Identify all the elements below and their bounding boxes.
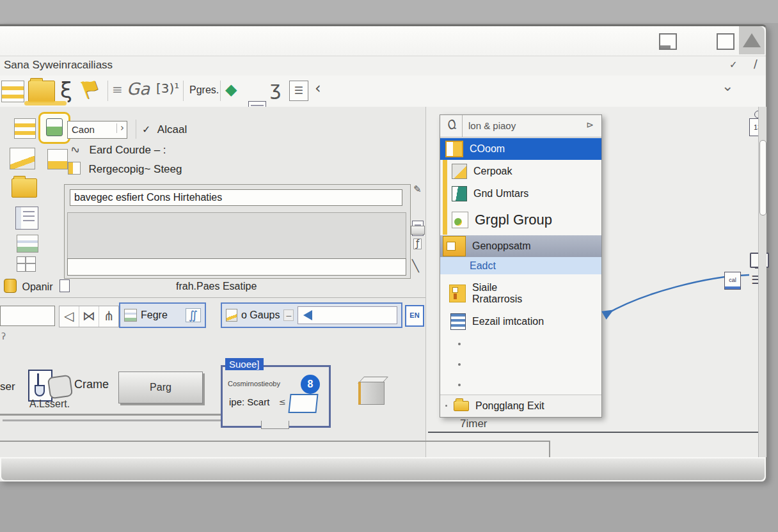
open-folder-icon[interactable]	[28, 81, 55, 102]
page-icon	[60, 279, 70, 292]
selected-tool-icon[interactable]	[38, 112, 70, 144]
alcaal-label: Alcaal	[157, 123, 187, 136]
table-icon[interactable]	[1, 81, 24, 102]
group-value-field[interactable]	[298, 306, 397, 324]
bullet-dot	[458, 384, 461, 386]
dropdown-arrow-icon[interactable]: ›	[116, 123, 124, 133]
count-badge[interactable]: 8	[301, 375, 320, 394]
beaker-icon	[46, 118, 63, 136]
status-bar	[0, 457, 766, 481]
ser-label: ser	[0, 380, 15, 393]
stroke-icon[interactable]: ╲	[412, 260, 419, 272]
bowtie-icon[interactable]: ⋈	[79, 306, 99, 327]
opanir-button[interactable]: Opanir	[4, 279, 70, 293]
triangle-left-icon[interactable]: ◁	[60, 306, 79, 327]
quick-field[interactable]	[0, 306, 55, 326]
genoppsatm-icon	[443, 236, 466, 256]
pencil-icon[interactable]: ✎	[413, 185, 422, 194]
list-box-icon[interactable]	[15, 207, 38, 230]
cube-icon[interactable]	[353, 374, 389, 407]
pages-button[interactable]: Pgres.	[189, 84, 219, 96]
menu-item-coom[interactable]: COoom	[440, 138, 601, 160]
small-button-icon[interactable]	[411, 226, 425, 235]
main-toolbar: ξ ⚑ ≡ Ga [3)¹ Pgres. ◆ ʒ ☰ ‹ ⌄	[0, 75, 766, 107]
caon-dropdown[interactable]: Caon ›	[67, 121, 127, 139]
grid-icon[interactable]	[17, 256, 36, 272]
edit-doc-icon[interactable]	[10, 148, 35, 169]
signature-icon[interactable]: ξ	[60, 79, 72, 101]
text-group-box	[64, 184, 411, 279]
desktop: Sana Syweinracailiass ✓ / ξ ⚑ ≡ Ga [3)¹ …	[0, 0, 778, 532]
groups-group[interactable]: o Gaups –	[221, 302, 402, 328]
groups-label: o Gaups	[241, 309, 280, 321]
scribble-icon[interactable]: ʒ	[270, 79, 281, 98]
app-window: Sana Syweinracailiass ✓ / ξ ⚑ ≡ Ga [3)¹ …	[0, 24, 767, 481]
cursor-icon	[303, 310, 312, 320]
scrollbar-thumb[interactable]	[759, 140, 766, 215]
stray-mark: ʔ	[1, 332, 6, 341]
folder-stack-icon[interactable]	[12, 178, 37, 198]
crame-label: Crame	[74, 378, 109, 391]
lang-badge[interactable]: EN	[405, 305, 424, 327]
rergecopig-row[interactable]: Rergecopig~ Steeg	[68, 162, 182, 176]
diamond-icon[interactable]: ◆	[225, 82, 237, 97]
mini-doc-icon	[68, 162, 81, 175]
menu-item-eezail[interactable]: Eezail imtcation	[440, 311, 601, 332]
menu-item-exit[interactable]: Pongglang Exit	[440, 395, 601, 416]
coom-icon	[445, 141, 463, 157]
gnd-umtars-icon	[452, 186, 467, 201]
figure-group[interactable]: Fegre ∬	[119, 302, 206, 328]
menu-item-cerpoak[interactable]: Cerpoak	[440, 160, 601, 182]
horizontal-separator	[0, 297, 425, 298]
grgpl-group-icon	[452, 212, 468, 228]
check-icon: ✓	[142, 123, 150, 136]
menu-header: Q lon & piaoy ⊳	[440, 115, 601, 137]
description-input[interactable]	[70, 189, 402, 206]
minimize-mini-icon[interactable]: –	[283, 309, 294, 321]
minimize-button[interactable]	[659, 33, 677, 50]
context-menu: Q lon & piaoy ⊳ COoom Cerpoak	[440, 114, 602, 418]
list-doc-icon[interactable]	[14, 118, 36, 139]
alcaal-toggle[interactable]: ✓ Alcaal	[142, 123, 187, 136]
clipboard-doc-icon[interactable]	[47, 149, 68, 169]
groups-icon	[226, 309, 237, 322]
search-icon[interactable]: Ga	[127, 81, 150, 97]
doc-check-icon[interactable]	[288, 394, 318, 413]
justify-icon[interactable]: ☰	[289, 81, 308, 101]
chevron-down-icon[interactable]: ⌄	[722, 79, 733, 93]
eard-courde-row[interactable]: ∿ Eard Courde – :	[70, 144, 166, 157]
chevron-left-icon[interactable]: ‹	[315, 81, 321, 96]
slash-icon[interactable]: /	[754, 59, 758, 70]
toolbar-separator	[107, 81, 108, 101]
cal-mini-icon[interactable]: cal	[724, 272, 741, 290]
detail-textarea[interactable]	[67, 212, 406, 260]
underline-bar	[0, 414, 243, 416]
page-note-icon[interactable]: [3)¹	[156, 82, 179, 95]
function-icon[interactable]: ƒ	[413, 239, 422, 249]
pitchfork-icon[interactable]: ⋔	[99, 306, 118, 327]
figure-label: Fegre	[141, 309, 182, 321]
scrollbar-track[interactable]	[758, 107, 766, 457]
menu-item-genoppsatm[interactable]: Genoppsatm	[440, 235, 601, 257]
menu-item-gnd-umtars[interactable]: Gnd Umtars	[440, 182, 601, 205]
empty-input[interactable]	[67, 258, 406, 276]
close-button[interactable]	[739, 26, 765, 54]
integral-icon[interactable]: ∬	[186, 308, 201, 322]
table-doc-icon[interactable]	[17, 235, 38, 253]
rergecopig-label: Rergecopig~ Steeg	[88, 163, 182, 175]
lower-separator	[0, 441, 549, 442]
lasso-button[interactable]: Q	[440, 115, 463, 137]
figure-icon	[124, 309, 137, 322]
menu-item-siaile[interactable]: Siaile Rratarrosis	[440, 276, 601, 311]
check-mark-icon[interactable]: ✓	[729, 60, 738, 70]
menu-item-eadct[interactable]: Eadct	[440, 257, 601, 274]
flag-icon[interactable]: ⚑	[76, 74, 105, 104]
canvas-panel: Q lon & piaoy ⊳ COoom Cerpoak	[425, 107, 766, 457]
suoee-line2: ipe: Scart	[229, 396, 269, 407]
le-icon: ≤	[279, 398, 286, 406]
separator	[136, 120, 136, 139]
lines-icon[interactable]: ≡	[112, 83, 123, 96]
maximize-button[interactable]	[717, 33, 734, 50]
menu-item-grgpl-group[interactable]: Grgpl Group	[440, 205, 601, 235]
parg-button[interactable]: Parg	[118, 372, 203, 403]
